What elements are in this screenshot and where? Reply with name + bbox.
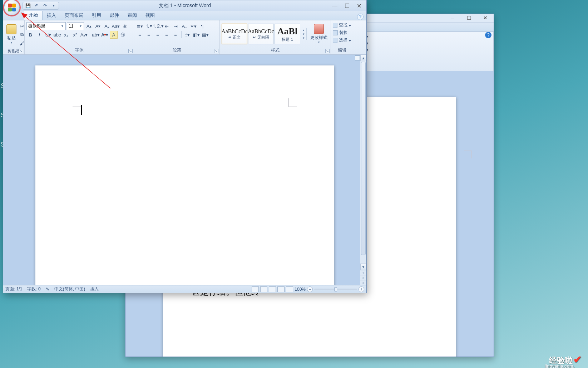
text-effects-button[interactable]: Aₐ▾ — [80, 31, 88, 39]
paste-button[interactable]: 粘贴 ▼ — [5, 21, 18, 47]
underline-button[interactable]: U▾ — [44, 31, 52, 39]
browse-object-icon[interactable]: ○ — [360, 275, 366, 280]
back-minimize-button[interactable]: ─ — [444, 14, 461, 22]
scroll-thumb[interactable] — [361, 62, 366, 255]
qat-undo-icon[interactable]: ↶ — [34, 3, 39, 9]
status-mode[interactable]: 插入 — [90, 286, 99, 292]
styles-group: AaBbCcDc ↵ 正文 AaBbCcDc ↵ 无间隔 AaBl 标题 1 ▴… — [220, 20, 331, 54]
align-button[interactable]: 对齐 ▾ — [350, 33, 491, 39]
grow-font-icon[interactable]: A▴ — [85, 22, 93, 30]
dec-indent-button[interactable]: ⇤ — [163, 22, 171, 30]
zoom-level[interactable]: 100% — [295, 287, 306, 292]
paragraph-dialog-launcher[interactable]: ↘ — [214, 49, 218, 53]
strike-button[interactable]: abc — [53, 31, 61, 39]
tab-references[interactable]: 引用 — [88, 11, 105, 20]
style-gallery[interactable]: AaBbCcDc ↵ 正文 AaBbCcDc ↵ 无间隔 AaBl 标题 1 ▴… — [222, 22, 307, 46]
select-button[interactable]: 选择 ▾ — [333, 36, 351, 44]
find-button[interactable]: 查找 ▾ — [333, 21, 351, 29]
shrink-font-icon[interactable]: A▾ — [94, 22, 102, 30]
replace-button[interactable]: 替换 — [333, 29, 351, 36]
asian-layout-button[interactable]: ✶▾ — [189, 22, 197, 30]
vertical-scrollbar[interactable]: ▲ ▼ « ○ » — [360, 55, 366, 285]
find-icon — [333, 23, 337, 28]
qat-customize-icon[interactable]: ▾ — [51, 3, 56, 9]
style-heading1[interactable]: AaBl 标题 1 — [275, 24, 300, 44]
subscript-button[interactable]: x₂ — [62, 31, 70, 39]
qat-redo-icon[interactable]: ↷ — [42, 3, 48, 9]
ruler-toggle[interactable] — [355, 55, 360, 60]
style-normal[interactable]: AaBbCcDc ↵ 正文 — [222, 24, 247, 44]
tab-review[interactable]: 审阅 — [123, 11, 141, 20]
next-page-icon[interactable]: » — [360, 280, 366, 285]
ribbon-help-icon[interactable]: ? — [357, 14, 364, 20]
zoom-out-icon[interactable]: − — [307, 286, 313, 292]
front-close-button[interactable]: ✕ — [357, 3, 361, 9]
align-left-button[interactable]: ≡ — [136, 31, 144, 39]
style-no-spacing[interactable]: AaBbCcDc ↵ 无间隔 — [248, 24, 274, 44]
scroll-down-icon[interactable]: ▼ — [360, 264, 366, 270]
align-right-button[interactable]: ≡ — [154, 31, 162, 39]
gallery-down-icon[interactable]: ▾ — [301, 32, 306, 36]
zoom-in-icon[interactable]: + — [359, 286, 364, 292]
line-spacing-button[interactable]: ‡▾ — [183, 31, 191, 39]
clear-format-icon[interactable]: Aᵪ — [103, 22, 111, 30]
prev-page-icon[interactable]: « — [360, 270, 366, 275]
bold-button[interactable]: B — [26, 31, 34, 39]
change-styles-button[interactable]: 更改样式 ▼ — [309, 23, 329, 45]
status-page[interactable]: 页面: 1/1 — [5, 286, 22, 292]
sort-button[interactable]: A↓ — [181, 22, 188, 30]
view-outline-icon[interactable] — [277, 286, 285, 292]
back-maximize-button[interactable]: ☐ — [461, 14, 477, 22]
front-document-area[interactable] — [3, 55, 366, 285]
status-proof-icon[interactable]: ✎ — [46, 287, 49, 292]
font-dialog-launcher[interactable]: ↘ — [128, 49, 133, 53]
status-language[interactable]: 中文(简体, 中国) — [54, 286, 85, 292]
char-shading-button[interactable]: A — [110, 31, 118, 39]
view-web-icon[interactable] — [269, 286, 276, 292]
style-gallery-nav[interactable]: ▴ ▾ ▾ — [301, 28, 307, 40]
zoom-slider-thumb[interactable] — [334, 287, 337, 291]
tab-view[interactable]: 视图 — [141, 11, 159, 20]
borders-button[interactable]: ▦▾ — [201, 31, 209, 39]
align-justify-button[interactable]: ≡ — [163, 31, 171, 39]
bullets-button[interactable]: ≣▾ — [136, 22, 144, 30]
front-minimize-button[interactable]: — — [332, 3, 337, 9]
enclose-char-button[interactable]: ㊕ — [119, 31, 127, 39]
highlight-button[interactable]: ab▾ — [92, 31, 100, 39]
font-color-button[interactable]: A▾ — [101, 31, 109, 39]
italic-button[interactable]: I — [35, 31, 43, 39]
phonetic-icon[interactable]: 变 — [121, 22, 129, 30]
shading-button[interactable]: ◧▾ — [192, 31, 200, 39]
view-print-layout-icon[interactable] — [252, 286, 259, 292]
group-button[interactable]: 组合 ▾ — [350, 40, 491, 46]
superscript-button[interactable]: x² — [71, 31, 79, 39]
tab-home[interactable]: 开始 — [24, 10, 43, 20]
distributed-button[interactable]: ≡ — [172, 31, 179, 39]
view-draft-icon[interactable] — [286, 286, 293, 292]
tab-mail[interactable]: 邮件 — [105, 11, 123, 20]
front-titlebar[interactable]: 💾 ↶ ↷ ▾ 文档 1 - Microsoft Word — ☐ ✕ — [3, 0, 366, 11]
gallery-up-icon[interactable]: ▴ — [301, 28, 306, 32]
multilevel-button[interactable]: ⒈⒉▾ — [154, 22, 162, 30]
gallery-more-icon[interactable]: ▾ — [301, 36, 306, 40]
zoom-slider[interactable] — [314, 289, 357, 290]
font-size-combo[interactable]: 11▼ — [67, 22, 84, 30]
font-name-combo[interactable]: 微软雅黑▼ — [26, 22, 66, 30]
show-marks-button[interactable]: ¶ — [198, 22, 206, 30]
back-close-button[interactable]: ✕ — [477, 14, 494, 22]
scroll-up-icon[interactable]: ▲ — [360, 55, 366, 61]
qat-save-icon[interactable]: 💾 — [25, 3, 31, 9]
front-page[interactable] — [35, 65, 334, 285]
view-fullscreen-icon[interactable] — [260, 286, 267, 292]
rotate-button[interactable]: 旋转 ▾ — [350, 47, 491, 53]
styles-dialog-launcher[interactable]: ↘ — [325, 49, 330, 53]
clipboard-dialog-launcher[interactable]: ↘ — [19, 49, 23, 53]
align-center-button[interactable]: ≡ — [145, 31, 153, 39]
office-button[interactable] — [4, 0, 20, 15]
tab-insert[interactable]: 插入 — [43, 11, 60, 20]
front-maximize-button[interactable]: ☐ — [345, 3, 350, 9]
tab-layout[interactable]: 页面布局 — [60, 11, 88, 20]
inc-indent-button[interactable]: ⇥ — [172, 22, 179, 30]
status-words[interactable]: 字数: 0 — [27, 286, 40, 292]
change-case-icon[interactable]: Aa▾ — [112, 22, 120, 30]
